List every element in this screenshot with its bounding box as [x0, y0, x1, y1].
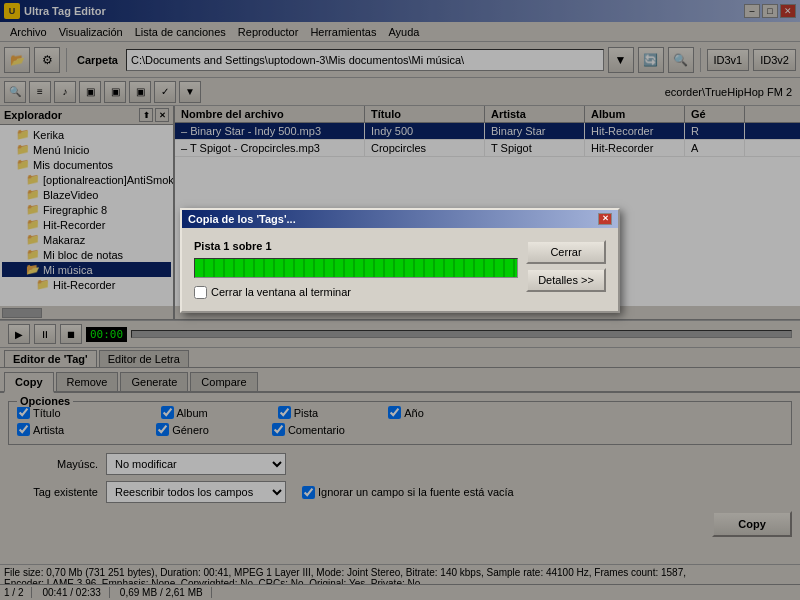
- modal-left: Pista 1 sobre 1 Cerrar la ventana al ter…: [194, 240, 518, 299]
- modal-buttons: Cerrar Detalles >>: [526, 240, 606, 292]
- modal-body: Pista 1 sobre 1 Cerrar la ventana al ter…: [182, 228, 618, 311]
- modal-dialog: Copia de los 'Tags'... ✕ Pista 1 sobre 1…: [180, 208, 620, 313]
- modal-title: Copia de los 'Tags'...: [188, 213, 296, 225]
- modal-close-check[interactable]: Cerrar la ventana al terminar: [194, 286, 518, 299]
- modal-close-btn[interactable]: ✕: [598, 213, 612, 225]
- modal-overlay: Copia de los 'Tags'... ✕ Pista 1 sobre 1…: [0, 0, 800, 600]
- modal-detalles-button[interactable]: Detalles >>: [526, 268, 606, 292]
- modal-close-check-label: Cerrar la ventana al terminar: [211, 286, 351, 298]
- modal-content-row: Pista 1 sobre 1 Cerrar la ventana al ter…: [194, 240, 606, 299]
- modal-close-checkbox[interactable]: [194, 286, 207, 299]
- modal-progress-fill: [195, 259, 517, 277]
- modal-title-bar: Copia de los 'Tags'... ✕: [182, 210, 618, 228]
- modal-progress-bar: [194, 258, 518, 278]
- modal-cerrar-button[interactable]: Cerrar: [526, 240, 606, 264]
- modal-progress-label: Pista 1 sobre 1: [194, 240, 518, 252]
